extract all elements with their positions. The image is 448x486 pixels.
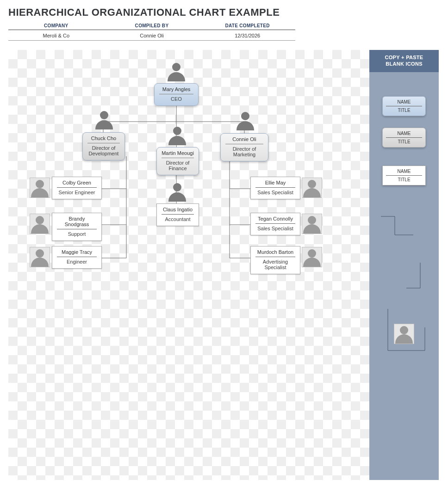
person-icon [30,178,50,198]
node-name: Tegan Connolly [255,216,295,224]
sample-node-white[interactable]: NAME TITLE [382,166,426,185]
person-icon [235,110,255,130]
node-title: Senior Engineer [55,190,99,195]
sidebar-heading-line2: BLANK ICONS [386,61,423,67]
meta-val-company[interactable]: Meroli & Co [8,30,104,41]
node-ceo[interactable]: Mary Angles CEO [154,83,199,106]
node-name: Murdoch Barton [255,249,295,257]
node-director-finance[interactable]: Martin Meougi Director of Finance [156,147,199,175]
sample-title: TITLE [385,108,423,113]
person-icon [302,247,322,267]
node-name: Chuck Cho [87,135,120,143]
sample-name: NAME [386,131,422,138]
node-title: Director of Marketing [224,146,265,157]
sidebar-heading-line1: COPY + PASTE [385,55,423,60]
node-title: Support [55,231,99,237]
node-name: Mary Angles [159,86,193,94]
sample-name: NAME [386,99,422,106]
person-icon [167,181,187,202]
node-director-marketing[interactable]: Connie Oli Director of Marketing [220,133,268,161]
node-title: Sales Specialist [254,226,297,231]
node-name: Brandy Snodgrass [57,216,97,229]
person-icon [302,178,322,198]
person-icon [302,214,322,234]
sample-title: TITLE [385,139,423,144]
person-icon [166,61,187,81]
sample-title: TITLE [385,177,423,182]
node-fin-1[interactable]: Claus Ingatio Accountant [156,203,199,226]
sample-name: NAME [386,169,422,176]
node-name: Maggie Tracy [57,249,97,257]
node-director-development[interactable]: Chuck Cho Director of Development [82,132,125,160]
node-title: CEO [157,96,195,102]
page-title: HIERARCHICAL ORGANIZATIONAL CHART EXAMPL… [0,0,448,23]
node-title: Accountant [160,216,196,222]
sample-avatar-icon[interactable] [394,324,414,344]
node-dev-2[interactable]: Brandy Snodgrass Support [52,213,102,241]
meta-col-company: COMPANY [8,23,104,30]
node-name: Ellie May [255,180,295,188]
sidebar-heading: COPY + PASTE BLANK ICONS [369,50,439,72]
org-chart-canvas[interactable]: Mary Angles CEO Chuck Cho Director of De… [8,50,369,480]
node-name: Claus Ingatio [162,207,194,215]
meta-col-compiledby: COMPILED BY [104,23,200,30]
person-icon [30,214,50,234]
meta-table: COMPANY COMPILED BY DATE COMPLETED Merol… [8,23,295,41]
node-title: Director of Development [86,145,122,156]
person-icon [94,109,114,129]
sidebar: COPY + PASTE BLANK ICONS NAME TITLE NAME… [369,50,439,480]
node-mkt-3[interactable]: Murdoch Barton Advertising Specialist [250,246,300,274]
person-icon [30,247,50,267]
sample-node-blue[interactable]: NAME TITLE [382,96,426,116]
sample-node-grey[interactable]: NAME TITLE [382,128,426,148]
node-mkt-1[interactable]: Ellie May Sales Specialist [250,177,300,199]
node-title: Advertising Specialist [254,259,297,270]
meta-col-date: DATE COMPLETED [199,23,295,30]
person-icon [167,125,187,145]
node-dev-1[interactable]: Colby Green Senior Engineer [52,177,102,199]
node-title: Engineer [55,259,99,265]
node-name: Martin Meougi [162,150,194,158]
node-name: Colby Green [57,180,97,188]
meta-val-compiledby[interactable]: Connie Oli [104,30,200,41]
node-dev-3[interactable]: Maggie Tracy Engineer [52,246,102,269]
meta-val-date[interactable]: 12/31/2026 [199,30,295,41]
node-title: Sales Specialist [254,190,297,195]
node-mkt-2[interactable]: Tegan Connolly Sales Specialist [250,213,300,235]
node-title: Director of Finance [160,160,196,171]
node-name: Connie Oli [225,136,263,144]
